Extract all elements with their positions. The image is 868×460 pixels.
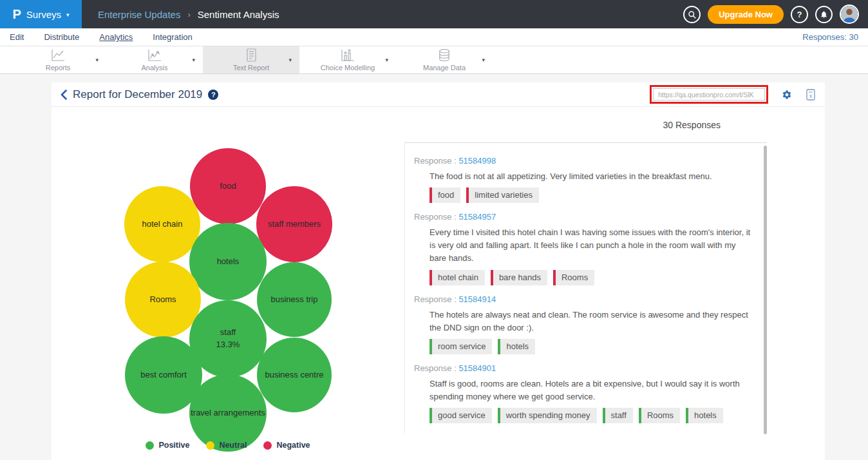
database-icon <box>437 48 452 62</box>
toolbar-item-manage-data[interactable]: Manage Data▾ <box>396 46 493 73</box>
report-settings-button[interactable] <box>782 90 792 100</box>
keyword-tag-room-service: room service <box>429 339 492 354</box>
toolbar-item-text-report[interactable]: Text Report▾ <box>203 46 299 73</box>
search-button[interactable] <box>683 6 701 23</box>
gear-icon <box>782 90 792 100</box>
keyword-tag-bare-hands: bare hands <box>491 270 547 285</box>
bubble-travel-arrangements[interactable]: travel arrangements <box>189 374 267 452</box>
legend-label: Negative <box>276 441 310 450</box>
product-switcher[interactable]: P Surveys ▾ <box>0 0 82 28</box>
responses-count[interactable]: Responses: 30 <box>802 32 858 42</box>
response-id-row: Response : 51584957 <box>414 212 767 222</box>
response-tags: room servicehotels <box>429 339 767 354</box>
chart-legend: PositiveNeutralNegative <box>52 441 404 450</box>
toolbar-item-reports[interactable]: Reports▾ <box>10 46 106 73</box>
bubble-hotel-chain[interactable]: hotel chain <box>124 186 200 262</box>
response-text: The food is not at all appetizing. Very … <box>429 170 755 183</box>
bubble-label: food <box>220 180 236 193</box>
bubble-hotels[interactable]: hotels <box>189 223 267 300</box>
survey-menu-bar: EditDistributeAnalyticsIntegration Respo… <box>0 28 868 46</box>
keyword-tag-good-service: good service <box>429 408 492 423</box>
menu-item-analytics[interactable]: Analytics <box>99 32 133 42</box>
help-button[interactable]: ? <box>791 6 808 23</box>
response-item: Response : 51584914The hotels are always… <box>414 294 767 354</box>
breadcrumb-folder[interactable]: Enterprise Updates <box>98 9 180 20</box>
responses-heading: 30 Responses <box>404 120 767 131</box>
breadcrumb: Enterprise Updates › Sentiment Analysis <box>98 9 279 20</box>
upgrade-now-button[interactable]: Upgrade Now <box>708 5 784 24</box>
legend-item-positive: Positive <box>146 441 189 450</box>
toolbar-item-analysis[interactable]: Analysis▾ <box>106 46 203 73</box>
response-text: Every time I visited this hotel chain I … <box>429 226 755 265</box>
share-url-input[interactable] <box>653 88 765 101</box>
bubble-business-trip[interactable]: business trip <box>257 262 332 337</box>
menu-items: EditDistributeAnalyticsIntegration <box>10 32 212 42</box>
chevron-down-icon[interactable]: ▾ <box>482 57 485 63</box>
response-list: Response : 51584998The food is not at al… <box>414 156 767 434</box>
report-header-actions: x <box>650 85 816 104</box>
search-icon <box>688 10 696 19</box>
bubble-label: staff members <box>268 218 321 231</box>
chevron-down-icon[interactable]: ▾ <box>192 57 195 63</box>
bubble-label: Rooms <box>149 294 176 306</box>
back-button[interactable] <box>61 90 67 100</box>
response-id-link[interactable]: 51584957 <box>458 212 496 222</box>
notifications-button[interactable] <box>815 6 833 23</box>
menu-item-integration[interactable]: Integration <box>153 32 192 42</box>
chevron-down-icon[interactable]: ▾ <box>385 57 388 63</box>
report-help-button[interactable]: ? <box>208 90 218 100</box>
report-header: Report for December 2019 ? x <box>52 82 825 107</box>
bubble-food[interactable]: food <box>190 148 266 224</box>
keyword-tag-food: food <box>429 187 460 203</box>
legend-label: Positive <box>158 441 189 450</box>
toolbar-item-choice-modelling[interactable]: Choice Modelling▾ <box>299 46 396 73</box>
bubble-label: hotel chain <box>142 218 183 231</box>
svg-text:x: x <box>809 93 813 99</box>
response-id-link[interactable]: 51584901 <box>458 363 496 373</box>
responses-scroll-container: Response : 51584998The food is not at al… <box>404 142 767 434</box>
menu-item-edit[interactable]: Edit <box>10 32 24 42</box>
chevron-down-icon[interactable]: ▾ <box>288 57 292 63</box>
toolbar-item-label: Choice Modelling <box>321 64 375 72</box>
toolbar-item-label: Reports <box>46 64 71 72</box>
response-item: Response : 51584901Staff is good, rooms … <box>414 363 767 423</box>
response-label: Response : <box>414 363 458 373</box>
response-id-link[interactable]: 51584998 <box>458 156 496 166</box>
bubble-rooms[interactable]: Rooms <box>125 262 201 338</box>
chevron-down-icon[interactable]: ▾ <box>95 57 99 63</box>
response-label: Response : <box>414 432 458 434</box>
legend-dot-icon <box>206 441 214 450</box>
response-id-link[interactable]: 51584914 <box>458 294 496 304</box>
bubble-label: business centre <box>265 369 323 381</box>
topbar-actions: Upgrade Now ? <box>683 5 868 24</box>
bubble-staff-members[interactable]: staff members <box>256 186 332 262</box>
scrollbar[interactable] <box>764 146 767 434</box>
questionpro-logo: P <box>12 7 21 22</box>
response-id-row: Response : 51584914 <box>414 294 767 304</box>
response-item: Response : 51584998The food is not at al… <box>414 156 767 203</box>
avatar-photo <box>841 6 858 23</box>
response-label: Response : <box>414 294 458 304</box>
response-id-row: Response : 51584998 <box>414 156 767 166</box>
excel-file-icon: x <box>806 89 816 101</box>
keyword-tag-rooms: Rooms <box>553 270 594 285</box>
bubble-label: business trip <box>271 294 318 306</box>
export-excel-button[interactable]: x <box>806 89 816 101</box>
responses-panel: 30 Responses Response : 51584998The food… <box>404 107 767 460</box>
response-id-link[interactable]: 51584895 <box>458 432 496 434</box>
top-navigation-bar: P Surveys ▾ Enterprise Updates › Sentime… <box>0 0 868 28</box>
report-card: Report for December 2019 ? x foodhotel c… <box>52 82 825 460</box>
user-avatar[interactable] <box>840 5 859 24</box>
analytics-toolbar: Reports▾Analysis▾Text Report▾Choice Mode… <box>0 46 868 74</box>
legend-item-neutral: Neutral <box>206 441 247 450</box>
response-id-row: Response : 51584895 <box>414 432 767 434</box>
bubble-label: best comfort <box>140 369 187 381</box>
legend-dot-icon <box>146 441 154 450</box>
keyword-tag-limited-varieties: limited varieties <box>466 187 539 203</box>
page-title: Report for December 2019 <box>73 88 202 101</box>
response-text: Staff is good, rooms are clean. Hotels a… <box>429 378 755 403</box>
response-tags: good serviceworth spending moneystaffRoo… <box>429 408 767 423</box>
menu-item-distribute[interactable]: Distribute <box>44 32 79 42</box>
bubble-business-centre[interactable]: business centre <box>257 338 332 412</box>
chevron-left-icon <box>61 90 67 100</box>
